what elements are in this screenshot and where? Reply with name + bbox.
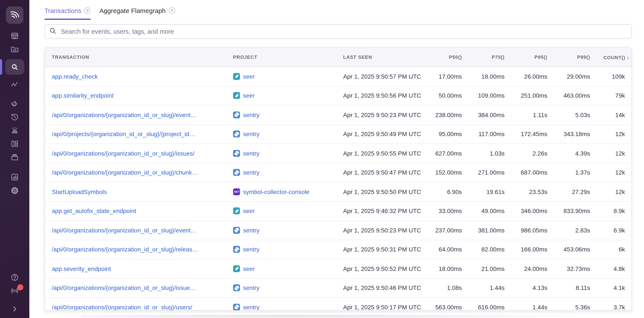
project-link[interactable]: sentry <box>243 304 260 311</box>
transaction-link[interactable]: app.similarity_endpoint <box>52 92 114 99</box>
project-link[interactable]: sentry <box>243 169 260 176</box>
transaction-link[interactable]: /api/0/organizations/{organization_id_or… <box>52 246 198 253</box>
p50-cell: 238.00ms <box>425 112 468 118</box>
project-link[interactable]: sentry <box>243 131 260 138</box>
sidebar-item-code-folder[interactable] <box>0 42 29 56</box>
sidebar-item-megaphone[interactable] <box>0 97 29 110</box>
p99-cell: 5.03s <box>554 112 596 118</box>
column-header-transaction[interactable]: TRANSACTION <box>45 55 226 60</box>
sidebar-item-clock-rewind[interactable] <box>0 110 29 124</box>
sidebar-item-box[interactable] <box>0 150 29 164</box>
count-cell: 12k <box>596 131 632 138</box>
project-link[interactable]: seer <box>243 265 255 272</box>
p95-cell: 346.00ms <box>511 208 554 214</box>
count-cell: 12k <box>596 150 632 157</box>
p99-cell: 29.00ms <box>554 73 596 80</box>
transaction-link[interactable]: /api/0/organizations/{organization_id_or… <box>52 227 196 234</box>
help-icon <box>10 272 20 282</box>
seer-platform-icon <box>233 92 240 99</box>
transaction-link[interactable]: /api/0/organizations/{organization_id_or… <box>52 112 196 118</box>
project-link[interactable]: sentry <box>243 246 260 253</box>
python-platform-icon <box>233 169 240 176</box>
p95-cell: 1.44s <box>511 304 554 311</box>
p75-cell: 109.00ms <box>468 92 511 99</box>
app-window: Transactions ? Aggregate Flamegraph ? TR… <box>0 0 644 318</box>
sidebar-item-zigzag[interactable] <box>0 77 29 91</box>
project-link[interactable]: seer <box>243 208 255 214</box>
sidebar-bottom <box>0 270 29 318</box>
column-header-last-seen[interactable]: LAST SEEN <box>336 55 425 60</box>
help-icon[interactable]: ? <box>169 7 175 14</box>
transaction-cell: /api/0/organizations/{organization_id_or… <box>45 284 226 291</box>
p95-cell: 251.00ms <box>511 92 554 99</box>
sidebar-nav <box>0 24 29 197</box>
count-cell: 79k <box>596 92 632 99</box>
count-cell: 12k <box>596 169 632 176</box>
project-link[interactable]: sentry <box>243 112 260 118</box>
python-platform-icon <box>233 150 240 157</box>
sidebar-item-chevron-right[interactable] <box>0 302 29 315</box>
active-nav-indicator <box>0 59 2 75</box>
sidebar-item-broadcast[interactable] <box>0 284 29 297</box>
transaction-link[interactable]: /api/0/organizations/{organization_id_or… <box>52 150 195 157</box>
column-header-p50[interactable]: P50() <box>425 55 468 60</box>
p50-cell: 95.00ms <box>425 131 468 138</box>
project-cell: sentry <box>226 150 336 157</box>
table-row: StartUploadSymbols .NET symbol-collector… <box>45 182 632 202</box>
transaction-link[interactable]: app.ready_check <box>52 73 98 80</box>
count-cell: 14k <box>596 112 632 118</box>
active-nav-tile <box>5 59 24 75</box>
python-platform-icon <box>233 112 240 118</box>
inbox-icon <box>10 31 20 40</box>
table-row: /api/0/organizations/{organization_id_or… <box>45 298 632 311</box>
transaction-link[interactable]: /api/0/projects/{organization_id_or_slug… <box>52 131 195 138</box>
sidebar-item-gear[interactable] <box>0 184 29 197</box>
sidebar <box>0 0 29 318</box>
transaction-link[interactable]: /api/0/organizations/{organization_id_or… <box>52 284 196 291</box>
search-bar[interactable] <box>44 24 632 39</box>
column-header-p75[interactable]: P75() <box>468 55 511 60</box>
help-icon[interactable]: ? <box>84 7 91 14</box>
dotnet-platform-icon: .NET <box>233 188 240 195</box>
tab-aggregate-flamegraph[interactable]: Aggregate Flamegraph ? <box>100 6 175 20</box>
project-link[interactable]: seer <box>243 92 255 99</box>
main-content: Transactions ? Aggregate Flamegraph ? TR… <box>29 0 644 318</box>
table-row: /api/0/organizations/{organization_id_or… <box>45 221 632 240</box>
table-row: /api/0/organizations/{organization_id_or… <box>45 240 632 259</box>
sentry-logo-button[interactable] <box>6 7 23 24</box>
last-seen-cell: Apr 1, 2025 9:50:47 PM UTC <box>336 169 425 176</box>
table-row: /api/0/organizations/{organization_id_or… <box>45 278 632 298</box>
search-input[interactable] <box>60 28 627 36</box>
project-link[interactable]: sentry <box>243 227 260 234</box>
p99-cell: 453.06ms <box>554 246 596 253</box>
p95-cell: 4.13s <box>511 284 554 291</box>
project-link[interactable]: seer <box>243 73 255 80</box>
column-header-project[interactable]: PROJECT <box>226 55 336 60</box>
sidebar-item-search[interactable] <box>0 59 29 75</box>
p95-cell: 687.00ms <box>511 169 554 176</box>
column-header-p99[interactable]: P99() <box>554 55 596 60</box>
last-seen-cell: Apr 1, 2025 9:50:31 PM UTC <box>336 246 425 253</box>
project-cell: seer <box>226 92 336 99</box>
sidebar-item-inbox[interactable] <box>0 29 29 42</box>
transaction-link[interactable]: /api/0/organizations/{organization_id_or… <box>52 169 198 176</box>
sidebar-item-bar-chart[interactable] <box>0 170 29 184</box>
project-link[interactable]: sentry <box>243 284 260 291</box>
chevron-right-icon <box>10 304 20 314</box>
column-header-count[interactable]: COUNT()↓ <box>596 54 632 60</box>
transaction-link[interactable]: StartUploadSymbols <box>52 188 107 195</box>
sidebar-item-layout[interactable] <box>0 137 29 150</box>
project-link[interactable]: sentry <box>243 150 260 157</box>
transaction-link[interactable]: /api/0/organizations/{organization_id_or… <box>52 304 192 311</box>
sidebar-item-help[interactable] <box>0 270 29 284</box>
p99-cell: 2.83s <box>554 227 596 234</box>
project-cell: sentry <box>226 284 336 291</box>
p99-cell: 1.37s <box>554 169 596 176</box>
transaction-link[interactable]: app.severity_endpoint <box>52 265 111 272</box>
tab-transactions[interactable]: Transactions ? <box>44 6 91 20</box>
sidebar-item-siren[interactable] <box>0 124 29 137</box>
transaction-link[interactable]: app.get_autofix_state_endpoint <box>52 208 136 214</box>
project-link[interactable]: symbol-collector-console <box>243 188 310 195</box>
seer-platform-icon <box>233 73 240 80</box>
column-header-p95[interactable]: P95() <box>511 55 554 60</box>
